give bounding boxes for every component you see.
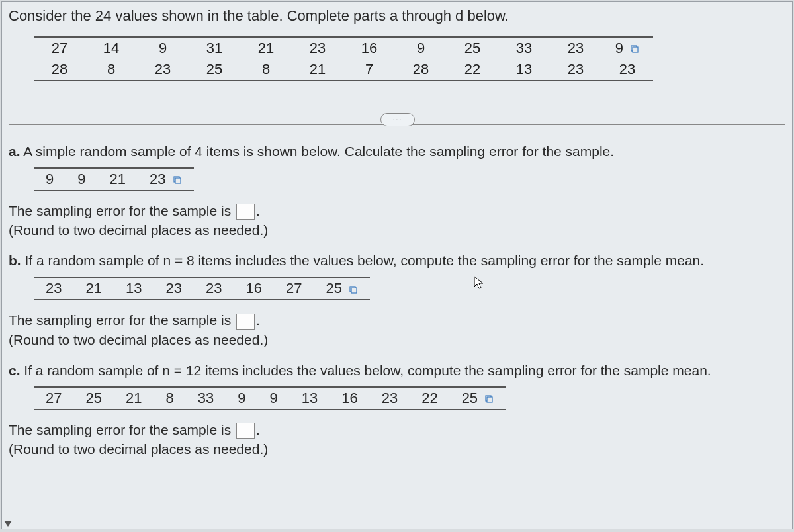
table-cell: 23 <box>601 59 653 81</box>
svg-rect-3 <box>175 178 181 183</box>
part-a-prompt: a. A simple random sample of 4 items is … <box>9 144 785 159</box>
table-cell: 9 <box>66 168 97 191</box>
table-cell: 8 <box>154 387 185 410</box>
round-note-a: (Round to two decimal places as needed.) <box>9 222 785 238</box>
table-cell: 21 <box>98 168 138 191</box>
table-cell: 21 <box>114 387 154 410</box>
table-cell: 27 <box>274 277 314 300</box>
copy-icon[interactable] <box>630 44 639 54</box>
answer-line-b: The sampling error for the sample is . <box>9 312 785 329</box>
table-cell: 9 <box>601 37 653 59</box>
table-cell: 16 <box>330 387 369 410</box>
part-c: c. If a random sample of n = 12 items in… <box>9 363 785 457</box>
table-cell: 16 <box>343 37 395 59</box>
more-button[interactable]: ... <box>380 113 415 126</box>
table-cell: 25 <box>447 37 498 59</box>
part-b-prompt: b. If a random sample of n = 8 items inc… <box>9 253 785 269</box>
copy-icon[interactable] <box>173 175 182 185</box>
part-label: c. <box>9 363 21 378</box>
answer-pre: The sampling error for the sample is <box>9 203 235 218</box>
answer-post: . <box>256 203 260 218</box>
table-cell: 22 <box>447 59 498 81</box>
table-cell: 13 <box>498 59 550 81</box>
sample-a-wrap: 9 9 21 23 <box>9 167 785 191</box>
answer-pre: The sampling error for the sample is <box>9 312 235 328</box>
sample-b-wrap: 23 21 13 23 23 16 27 25 <box>9 277 785 300</box>
table-cell: 8 <box>85 59 137 81</box>
table-cell: 23 <box>550 59 601 81</box>
part-label: b. <box>9 253 21 268</box>
sample-c-wrap: 27 25 21 8 33 9 9 13 16 23 22 25 <box>9 386 785 410</box>
answer-input-a[interactable] <box>236 204 255 220</box>
table-cell: 9 <box>395 37 447 59</box>
sample-c-table: 27 25 21 8 33 9 9 13 16 23 22 25 <box>34 386 506 410</box>
answer-input-c[interactable] <box>236 423 255 439</box>
table-cell: 22 <box>410 387 449 410</box>
svg-rect-5 <box>351 288 357 293</box>
table-cell: 23 <box>292 37 343 59</box>
table-cell: 33 <box>186 387 226 410</box>
table-cell: 21 <box>73 277 113 300</box>
prompt-text: If a random sample of n = 8 items includ… <box>21 253 704 268</box>
answer-pre: The sampling error for the sample is <box>9 422 235 437</box>
sample-b-table: 23 21 13 23 23 16 27 25 <box>34 277 370 300</box>
table-cell: 28 <box>395 59 447 81</box>
table-cell: 25 <box>314 277 370 300</box>
answer-input-b[interactable] <box>236 314 255 330</box>
answer-post: . <box>256 312 260 328</box>
table-cell: 23 <box>194 277 234 300</box>
population-table: 27 14 9 31 21 23 16 9 25 33 23 9 28 <box>34 36 653 81</box>
round-note-c: (Round to two decimal places as needed.) <box>9 441 785 457</box>
cell-value: 9 <box>615 40 623 56</box>
dropdown-triangle-icon[interactable] <box>4 521 12 527</box>
population-table-wrap: 27 14 9 31 21 23 16 9 25 33 23 9 28 <box>9 36 785 81</box>
question-page: Consider the 24 values shown in the tabl… <box>1 1 793 529</box>
cell-value: 25 <box>326 280 341 296</box>
table-row: 23 21 13 23 23 16 27 25 <box>34 277 370 300</box>
svg-rect-1 <box>633 47 638 52</box>
copy-icon[interactable] <box>349 285 358 294</box>
table-cell: 31 <box>189 37 240 59</box>
part-c-prompt: c. If a random sample of n = 12 items in… <box>9 363 785 378</box>
round-note-b: (Round to two decimal places as needed.) <box>9 332 785 348</box>
answer-line-a: The sampling error for the sample is . <box>9 203 785 220</box>
table-cell: 8 <box>240 59 292 81</box>
table-cell: 25 <box>450 387 506 410</box>
table-cell: 28 <box>34 59 85 81</box>
copy-icon[interactable] <box>484 394 494 404</box>
part-label: a. <box>9 144 21 159</box>
table-cell: 9 <box>257 387 289 410</box>
table-row: 9 9 21 23 <box>34 168 194 191</box>
table-row: 27 25 21 8 33 9 9 13 16 23 22 25 <box>34 387 506 410</box>
part-a: a. A simple random sample of 4 items is … <box>9 144 785 238</box>
table-row: 27 14 9 31 21 23 16 9 25 33 23 9 <box>34 37 653 59</box>
table-cell: 23 <box>137 59 189 81</box>
table-cell: 27 <box>34 37 85 59</box>
intro-text: Consider the 24 values shown in the tabl… <box>9 7 785 24</box>
table-cell: 23 <box>34 277 73 300</box>
table-cell: 7 <box>343 59 395 81</box>
prompt-text: If a random sample of n = 12 items inclu… <box>21 363 711 378</box>
part-b: b. If a random sample of n = 8 items inc… <box>9 253 785 347</box>
table-cell: 23 <box>550 37 601 59</box>
cell-value: 23 <box>150 171 165 187</box>
table-cell: 23 <box>370 387 410 410</box>
table-cell: 23 <box>154 277 193 300</box>
answer-line-c: The sampling error for the sample is . <box>9 422 785 439</box>
prompt-text: A simple random sample of 4 items is sho… <box>21 144 615 159</box>
sample-a-table: 9 9 21 23 <box>34 167 194 191</box>
table-cell: 23 <box>138 168 194 191</box>
table-cell: 9 <box>137 37 189 59</box>
svg-rect-7 <box>487 397 492 402</box>
table-cell: 25 <box>189 59 240 81</box>
table-cell: 14 <box>85 37 137 59</box>
table-cell: 21 <box>292 59 343 81</box>
answer-post: . <box>256 422 260 437</box>
table-cell: 9 <box>34 168 66 191</box>
table-cell: 16 <box>234 277 273 300</box>
table-cell: 33 <box>498 37 550 59</box>
table-cell: 21 <box>240 37 292 59</box>
table-row: 28 8 23 25 8 21 7 28 22 13 23 23 <box>34 59 653 81</box>
cell-value: 25 <box>462 390 478 406</box>
table-cell: 13 <box>114 277 154 300</box>
